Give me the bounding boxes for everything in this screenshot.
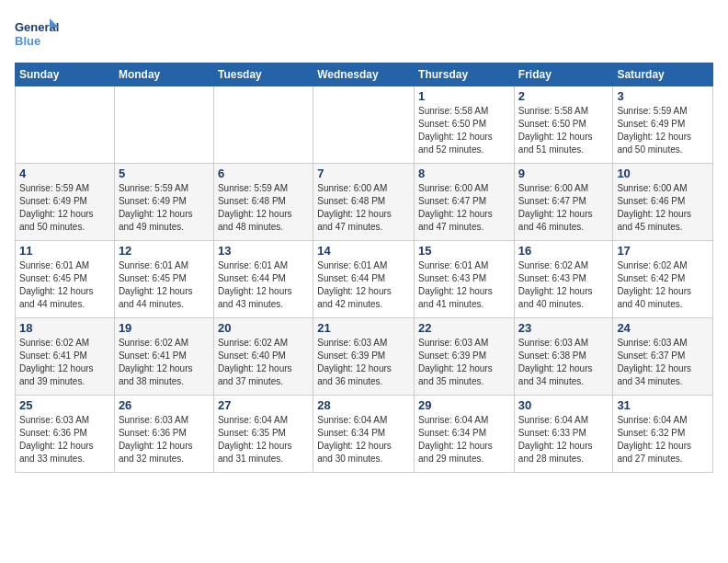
- day-number: 9: [518, 167, 609, 180]
- calendar-week-row: 11Sunrise: 6:01 AM Sunset: 6:45 PM Dayli…: [16, 241, 713, 318]
- day-info: Sunrise: 6:03 AM Sunset: 6:38 PM Dayligh…: [518, 337, 609, 388]
- day-number: 10: [617, 167, 709, 180]
- day-info: Sunrise: 6:01 AM Sunset: 6:45 PM Dayligh…: [119, 259, 210, 311]
- calendar-day-cell: 6Sunrise: 5:59 AM Sunset: 6:48 PM Daylig…: [213, 164, 313, 241]
- day-number: 17: [617, 244, 709, 258]
- day-info: Sunrise: 6:02 AM Sunset: 6:41 PM Dayligh…: [119, 337, 210, 388]
- day-info: Sunrise: 6:04 AM Sunset: 6:32 PM Dayligh…: [617, 414, 709, 465]
- calendar-day-cell: 17Sunrise: 6:02 AM Sunset: 6:42 PM Dayli…: [613, 241, 713, 318]
- day-info: Sunrise: 6:03 AM Sunset: 6:37 PM Dayligh…: [617, 337, 709, 388]
- day-info: Sunrise: 6:01 AM Sunset: 6:44 PM Dayligh…: [218, 259, 309, 311]
- calendar-day-cell: 30Sunrise: 6:04 AM Sunset: 6:33 PM Dayli…: [514, 396, 613, 473]
- calendar-day-cell: 13Sunrise: 6:01 AM Sunset: 6:44 PM Dayli…: [213, 241, 313, 318]
- calendar-day-cell: 25Sunrise: 6:03 AM Sunset: 6:36 PM Dayli…: [16, 396, 115, 473]
- calendar-day-cell: 14Sunrise: 6:01 AM Sunset: 6:44 PM Dayli…: [313, 241, 415, 318]
- day-info: Sunrise: 6:03 AM Sunset: 6:36 PM Dayligh…: [19, 414, 110, 465]
- day-info: Sunrise: 5:58 AM Sunset: 6:50 PM Dayligh…: [418, 105, 510, 156]
- calendar-day-cell: 4Sunrise: 5:59 AM Sunset: 6:49 PM Daylig…: [16, 164, 115, 241]
- day-number: 6: [218, 167, 309, 180]
- calendar-day-cell: [16, 86, 115, 164]
- day-info: Sunrise: 6:02 AM Sunset: 6:42 PM Dayligh…: [617, 259, 709, 311]
- calendar-day-cell: 8Sunrise: 6:00 AM Sunset: 6:47 PM Daylig…: [415, 164, 515, 241]
- day-number: 27: [218, 398, 309, 412]
- calendar-day-cell: 21Sunrise: 6:03 AM Sunset: 6:39 PM Dayli…: [313, 318, 415, 396]
- calendar-day-cell: 22Sunrise: 6:03 AM Sunset: 6:39 PM Dayli…: [415, 318, 515, 396]
- day-of-week-header: Saturday: [613, 63, 713, 86]
- calendar-day-cell: 12Sunrise: 6:01 AM Sunset: 6:45 PM Dayli…: [114, 241, 213, 318]
- day-number: 5: [119, 167, 210, 180]
- day-number: 22: [418, 321, 510, 335]
- day-number: 7: [317, 167, 410, 180]
- day-info: Sunrise: 6:04 AM Sunset: 6:33 PM Dayligh…: [518, 414, 609, 465]
- calendar-header-row: SundayMondayTuesdayWednesdayThursdayFrid…: [16, 63, 713, 86]
- day-info: Sunrise: 5:59 AM Sunset: 6:48 PM Dayligh…: [218, 182, 309, 234]
- day-number: 29: [418, 398, 510, 412]
- day-of-week-header: Sunday: [16, 63, 115, 86]
- day-of-week-header: Tuesday: [213, 63, 313, 86]
- day-number: 1: [418, 89, 510, 103]
- calendar-day-cell: 20Sunrise: 6:02 AM Sunset: 6:40 PM Dayli…: [213, 318, 313, 396]
- day-number: 19: [119, 321, 210, 335]
- day-number: 20: [218, 321, 309, 335]
- day-info: Sunrise: 6:01 AM Sunset: 6:45 PM Dayligh…: [19, 259, 110, 311]
- day-number: 31: [617, 398, 709, 412]
- day-info: Sunrise: 6:04 AM Sunset: 6:35 PM Dayligh…: [218, 414, 309, 465]
- day-number: 24: [617, 321, 709, 335]
- day-info: Sunrise: 6:02 AM Sunset: 6:43 PM Dayligh…: [518, 259, 609, 311]
- calendar-day-cell: 26Sunrise: 6:03 AM Sunset: 6:36 PM Dayli…: [114, 396, 213, 473]
- calendar-day-cell: 10Sunrise: 6:00 AM Sunset: 6:46 PM Dayli…: [613, 164, 713, 241]
- calendar-day-cell: 16Sunrise: 6:02 AM Sunset: 6:43 PM Dayli…: [514, 241, 613, 318]
- day-number: 11: [19, 244, 110, 258]
- day-info: Sunrise: 5:59 AM Sunset: 6:49 PM Dayligh…: [119, 182, 210, 234]
- day-number: 23: [518, 321, 609, 335]
- day-number: 25: [19, 398, 110, 412]
- day-of-week-header: Friday: [514, 63, 613, 86]
- day-info: Sunrise: 6:03 AM Sunset: 6:39 PM Dayligh…: [418, 337, 510, 388]
- calendar-day-cell: 27Sunrise: 6:04 AM Sunset: 6:35 PM Dayli…: [213, 396, 313, 473]
- day-info: Sunrise: 6:00 AM Sunset: 6:48 PM Dayligh…: [317, 182, 410, 234]
- calendar-day-cell: [114, 86, 213, 164]
- calendar-day-cell: 28Sunrise: 6:04 AM Sunset: 6:34 PM Dayli…: [313, 396, 415, 473]
- calendar-day-cell: [213, 86, 313, 164]
- day-of-week-header: Monday: [114, 63, 213, 86]
- day-number: 28: [317, 398, 410, 412]
- calendar-day-cell: 9Sunrise: 6:00 AM Sunset: 6:47 PM Daylig…: [514, 164, 613, 241]
- calendar-day-cell: 2Sunrise: 5:58 AM Sunset: 6:50 PM Daylig…: [514, 86, 613, 164]
- day-number: 4: [19, 167, 110, 180]
- calendar-day-cell: 18Sunrise: 6:02 AM Sunset: 6:41 PM Dayli…: [16, 318, 115, 396]
- calendar-day-cell: 3Sunrise: 5:59 AM Sunset: 6:49 PM Daylig…: [613, 86, 713, 164]
- day-number: 8: [418, 167, 510, 180]
- day-info: Sunrise: 6:02 AM Sunset: 6:41 PM Dayligh…: [19, 337, 110, 388]
- calendar-day-cell: [313, 86, 415, 164]
- day-info: Sunrise: 6:00 AM Sunset: 6:47 PM Dayligh…: [518, 182, 609, 234]
- calendar-week-row: 18Sunrise: 6:02 AM Sunset: 6:41 PM Dayli…: [16, 318, 713, 396]
- day-info: Sunrise: 6:04 AM Sunset: 6:34 PM Dayligh…: [418, 414, 510, 465]
- calendar-day-cell: 29Sunrise: 6:04 AM Sunset: 6:34 PM Dayli…: [415, 396, 515, 473]
- day-of-week-header: Wednesday: [313, 63, 415, 86]
- calendar-table: SundayMondayTuesdayWednesdayThursdayFrid…: [15, 63, 713, 473]
- day-info: Sunrise: 6:01 AM Sunset: 6:44 PM Dayligh…: [317, 259, 410, 311]
- day-of-week-header: Thursday: [415, 63, 515, 86]
- day-number: 21: [317, 321, 410, 335]
- page-header: General Blue: [15, 15, 713, 52]
- day-info: Sunrise: 6:03 AM Sunset: 6:36 PM Dayligh…: [119, 414, 210, 465]
- calendar-day-cell: 1Sunrise: 5:58 AM Sunset: 6:50 PM Daylig…: [415, 86, 515, 164]
- day-info: Sunrise: 6:01 AM Sunset: 6:43 PM Dayligh…: [418, 259, 510, 311]
- day-info: Sunrise: 6:02 AM Sunset: 6:40 PM Dayligh…: [218, 337, 309, 388]
- calendar-day-cell: 19Sunrise: 6:02 AM Sunset: 6:41 PM Dayli…: [114, 318, 213, 396]
- day-info: Sunrise: 5:58 AM Sunset: 6:50 PM Dayligh…: [518, 105, 609, 156]
- day-number: 15: [418, 244, 510, 258]
- day-info: Sunrise: 5:59 AM Sunset: 6:49 PM Dayligh…: [617, 105, 709, 156]
- day-number: 2: [518, 89, 609, 103]
- calendar-day-cell: 7Sunrise: 6:00 AM Sunset: 6:48 PM Daylig…: [313, 164, 415, 241]
- day-number: 14: [317, 244, 410, 258]
- calendar-day-cell: 5Sunrise: 5:59 AM Sunset: 6:49 PM Daylig…: [114, 164, 213, 241]
- day-number: 18: [19, 321, 110, 335]
- day-number: 16: [518, 244, 609, 258]
- day-info: Sunrise: 6:04 AM Sunset: 6:34 PM Dayligh…: [317, 414, 410, 465]
- day-number: 30: [518, 398, 609, 412]
- calendar-week-row: 1Sunrise: 5:58 AM Sunset: 6:50 PM Daylig…: [16, 86, 713, 164]
- calendar-week-row: 4Sunrise: 5:59 AM Sunset: 6:49 PM Daylig…: [16, 164, 713, 241]
- day-number: 13: [218, 244, 309, 258]
- day-number: 12: [119, 244, 210, 258]
